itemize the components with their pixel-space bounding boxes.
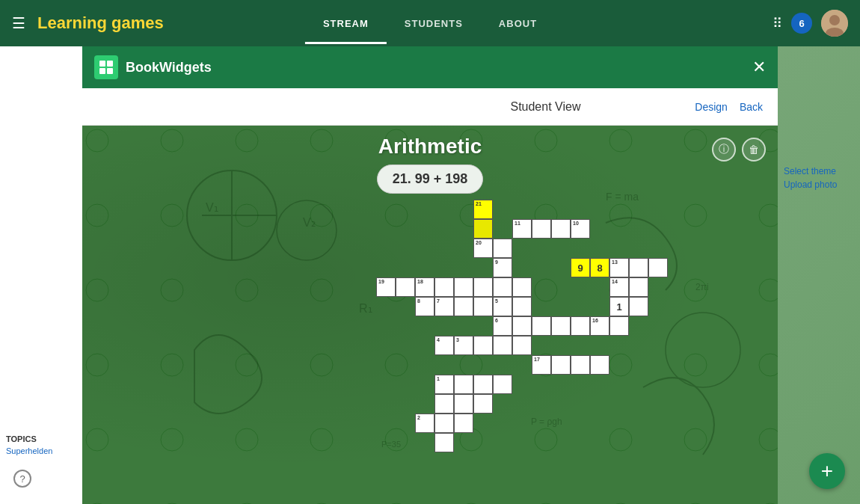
- grid-cell[interactable]: 18: [415, 277, 434, 297]
- navbar: ☰ Learning games STREAM STUDENTS ABOUT ⠿…: [0, 0, 860, 46]
- grid-cell-13[interactable]: 13: [609, 258, 629, 277]
- svg-rect-16: [99, 61, 105, 67]
- grid-cell[interactable]: [512, 336, 532, 355]
- crossword-grid: 21 20 11: [288, 200, 572, 446]
- crossword-icons: ⓘ 🗑: [712, 138, 766, 162]
- student-view-title: Student View: [396, 100, 695, 114]
- grid-cell[interactable]: [629, 277, 648, 297]
- grid-cell[interactable]: [434, 433, 454, 452]
- grid-cell[interactable]: 20: [473, 239, 493, 258]
- grid-cell[interactable]: 21: [473, 200, 493, 219]
- grid-cell[interactable]: [551, 219, 571, 239]
- modal: BookWidgets ✕ Student View Design Back V…: [82, 46, 778, 504]
- trash-button[interactable]: 🗑: [742, 138, 766, 162]
- grid-cell[interactable]: [493, 336, 512, 355]
- grid-cell[interactable]: [434, 277, 454, 297]
- grid-cell-5[interactable]: 5: [493, 297, 512, 316]
- svg-rect-19: [107, 68, 113, 74]
- grid-cell[interactable]: [473, 336, 493, 355]
- grid-cell[interactable]: [512, 297, 532, 316]
- modal-brand-name: BookWidgets: [126, 60, 752, 76]
- avatar[interactable]: [821, 10, 848, 37]
- grid-cell[interactable]: [629, 297, 648, 316]
- tab-about[interactable]: ABOUT: [481, 3, 555, 44]
- grid-cell[interactable]: [396, 277, 415, 297]
- student-view-bar: Student View Design Back: [82, 88, 778, 126]
- grid-cell[interactable]: [454, 394, 473, 414]
- grid-cell[interactable]: [473, 375, 493, 394]
- grid-cell[interactable]: [434, 414, 454, 433]
- grid-cell[interactable]: [571, 355, 590, 375]
- topics-section: TOPICS Superhelden: [6, 434, 52, 455]
- grid-cell[interactable]: 8: [415, 297, 434, 316]
- grid-cell[interactable]: [473, 297, 493, 316]
- svg-text:2πi: 2πi: [695, 282, 709, 292]
- grid-cell[interactable]: [609, 316, 629, 336]
- grid-cell[interactable]: 2: [415, 414, 434, 433]
- grid-cell[interactable]: [473, 277, 493, 297]
- grid-cell[interactable]: [454, 375, 473, 394]
- apps-icon[interactable]: ⠿: [773, 15, 782, 31]
- grid-cell[interactable]: 3: [454, 336, 473, 355]
- modal-close-button[interactable]: ✕: [752, 59, 766, 76]
- grid-cell[interactable]: 4: [434, 336, 454, 355]
- grid-cell[interactable]: 9: [571, 258, 590, 277]
- grid-cell[interactable]: 19: [376, 277, 396, 297]
- nav-tabs: STREAM STUDENTS ABOUT: [305, 3, 555, 44]
- svg-text:F = ma: F = ma: [606, 191, 639, 203]
- grid-cell[interactable]: [629, 258, 648, 277]
- app-title: Learning games: [37, 13, 164, 33]
- grid-cell[interactable]: [571, 316, 590, 336]
- crossword-area: V₁ V₂ R₁ R₂ F = ma 2πi P = ρgh P=35 Arit…: [82, 126, 778, 504]
- svg-text:V₁: V₁: [206, 201, 218, 214]
- grid-cell[interactable]: [532, 219, 551, 239]
- grid-cell[interactable]: 11: [512, 219, 532, 239]
- grid-cell[interactable]: [493, 277, 512, 297]
- grid-cell[interactable]: [512, 277, 532, 297]
- topics-label: TOPICS: [6, 434, 52, 443]
- grid-cell[interactable]: [473, 394, 493, 414]
- info-button[interactable]: ⓘ: [712, 138, 736, 162]
- grid-cell[interactable]: 6: [493, 316, 512, 336]
- grid-cell[interactable]: [493, 239, 512, 258]
- grid-cell[interactable]: 10: [571, 219, 590, 239]
- grid-cell[interactable]: [648, 258, 668, 277]
- grid-cell[interactable]: [473, 219, 493, 239]
- right-panel: Select theme Upload photo: [778, 46, 860, 504]
- select-theme-link[interactable]: Select theme: [784, 166, 854, 176]
- grid-cell[interactable]: 1: [434, 375, 454, 394]
- modal-header: BookWidgets ✕: [82, 46, 778, 88]
- tab-stream[interactable]: STREAM: [305, 3, 387, 44]
- design-link[interactable]: Design: [695, 101, 728, 113]
- notification-badge[interactable]: 6: [791, 13, 812, 34]
- svg-point-1: [829, 15, 840, 25]
- grid-cell[interactable]: [590, 355, 609, 375]
- student-view-actions: Design Back: [695, 101, 763, 113]
- modal-overlay: BookWidgets ✕ Student View Design Back V…: [82, 46, 778, 504]
- navbar-right: ⠿ 6: [773, 10, 848, 37]
- svg-rect-17: [107, 61, 113, 67]
- grid-cell[interactable]: 14: [609, 277, 629, 297]
- grid-cell[interactable]: [493, 375, 512, 394]
- grid-cell[interactable]: 8: [590, 258, 609, 277]
- help-button[interactable]: ?: [13, 470, 31, 488]
- grid-cell[interactable]: [434, 394, 454, 414]
- add-fab-button[interactable]: +: [809, 453, 845, 489]
- grid-cell[interactable]: 16: [590, 316, 609, 336]
- upload-photo-link[interactable]: Upload photo: [784, 179, 854, 190]
- grid-cell[interactable]: [551, 316, 571, 336]
- topics-item[interactable]: Superhelden: [6, 446, 52, 455]
- grid-cell[interactable]: [532, 316, 551, 336]
- tab-students[interactable]: STUDENTS: [387, 3, 481, 44]
- grid-cell[interactable]: [512, 316, 532, 336]
- back-link[interactable]: Back: [740, 101, 763, 113]
- grid-cell[interactable]: [454, 414, 473, 433]
- grid-cell[interactable]: 1: [609, 297, 629, 316]
- grid-cell[interactable]: [454, 277, 473, 297]
- grid-cell[interactable]: 9: [493, 258, 512, 277]
- grid-cell[interactable]: [454, 297, 473, 316]
- grid-cell[interactable]: [551, 355, 571, 375]
- grid-cell[interactable]: 7: [434, 297, 454, 316]
- grid-cell[interactable]: 17: [532, 355, 551, 375]
- menu-icon[interactable]: ☰: [12, 14, 25, 32]
